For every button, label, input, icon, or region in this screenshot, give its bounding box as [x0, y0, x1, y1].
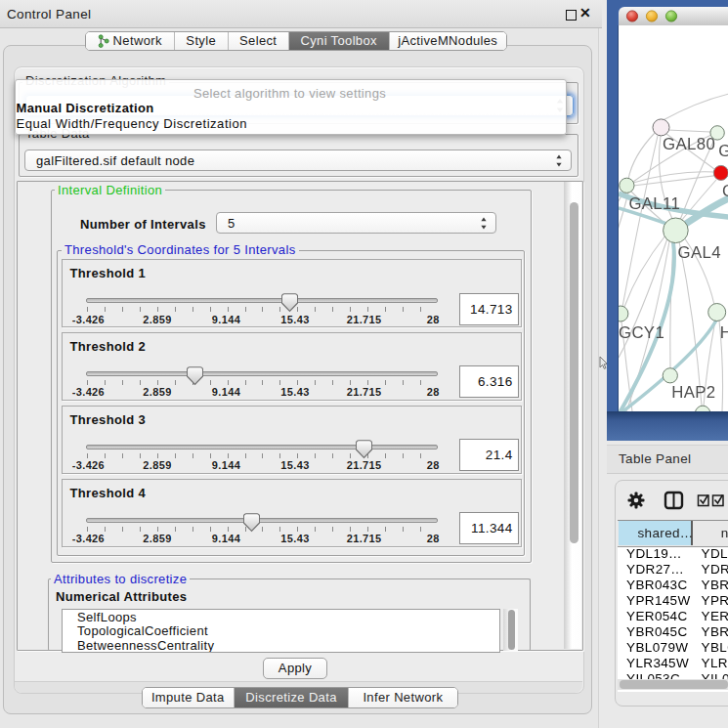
- svg-text:HAP2: HAP2: [671, 383, 715, 402]
- svg-text:GAL80: GAL80: [663, 135, 715, 153]
- svg-text:GAL11: GAL11: [628, 194, 680, 213]
- svg-text:GAL4: GAL4: [678, 243, 721, 262]
- svg-text:GA: GA: [718, 142, 728, 160]
- svg-text:GCY1: GCY1: [619, 323, 664, 342]
- svg-text:C: C: [722, 182, 728, 200]
- svg-text:H: H: [720, 323, 728, 342]
